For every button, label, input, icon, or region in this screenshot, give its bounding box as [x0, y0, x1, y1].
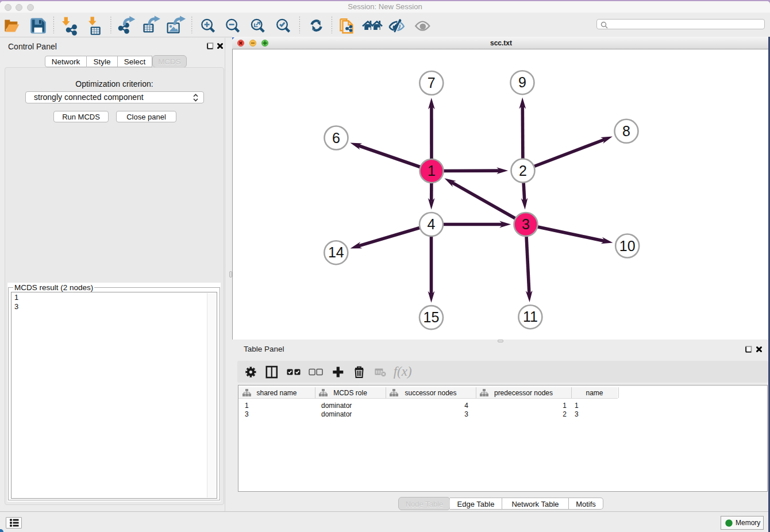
svg-text:1: 1 — [428, 163, 436, 179]
svg-text:10: 10 — [619, 238, 636, 254]
svg-text:7: 7 — [428, 75, 436, 91]
svg-text:15: 15 — [424, 309, 440, 325]
svg-text:11: 11 — [523, 309, 538, 325]
svg-text:4: 4 — [428, 216, 436, 232]
svg-text:f(x): f(x) — [394, 364, 412, 379]
svg-text:2: 2 — [519, 163, 527, 179]
svg-text:8: 8 — [622, 123, 630, 139]
svg-text:6: 6 — [332, 130, 340, 146]
svg-text:9: 9 — [518, 74, 526, 90]
svg-text:14: 14 — [328, 244, 344, 260]
svg-text:3: 3 — [522, 216, 530, 232]
